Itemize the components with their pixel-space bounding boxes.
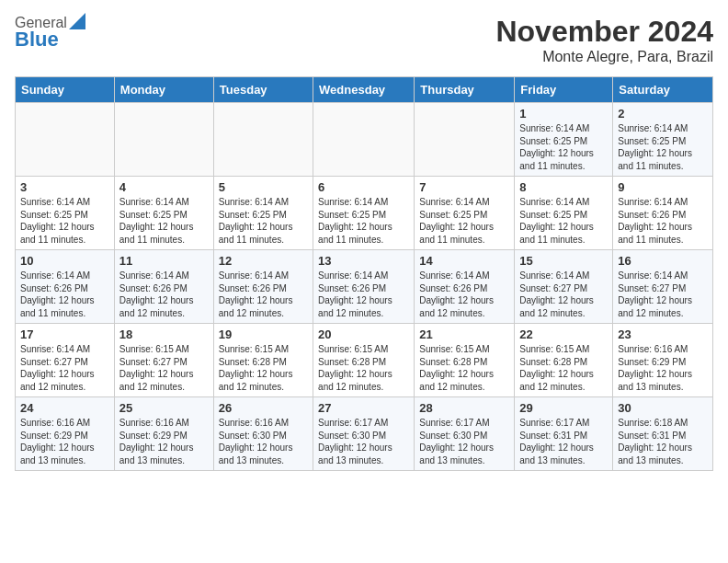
day-info: Sunset: 6:28 PM (219, 356, 308, 369)
calendar-cell: 8Sunrise: 6:14 AMSunset: 6:25 PMDaylight… (515, 177, 613, 250)
day-info: Daylight: 12 hours and 11 minutes. (419, 221, 509, 246)
day-info: Daylight: 12 hours and 11 minutes. (318, 221, 409, 246)
day-info: Sunrise: 6:14 AM (20, 196, 109, 209)
day-info: Sunrise: 6:14 AM (519, 270, 608, 282)
day-info: Sunrise: 6:16 AM (20, 417, 109, 430)
calendar-cell: 24Sunrise: 6:16 AMSunset: 6:29 PMDayligh… (16, 397, 115, 471)
calendar-cell (114, 103, 213, 177)
day-number: 24 (20, 401, 109, 415)
day-info: Daylight: 12 hours and 12 minutes. (20, 368, 109, 393)
day-info: Daylight: 12 hours and 13 minutes. (20, 442, 109, 466)
day-info: Daylight: 12 hours and 12 minutes. (219, 368, 308, 393)
header-sunday: Sunday (16, 77, 115, 103)
day-info: Daylight: 12 hours and 11 minutes. (20, 221, 109, 246)
calendar-header: SundayMondayTuesdayWednesdayThursdayFrid… (16, 77, 713, 103)
day-info: Sunset: 6:31 PM (519, 430, 608, 442)
header-friday: Friday (515, 77, 613, 103)
day-info: Sunset: 6:25 PM (318, 209, 409, 222)
day-info: Sunrise: 6:17 AM (318, 417, 409, 430)
day-info: Sunset: 6:28 PM (419, 356, 509, 369)
calendar-cell: 18Sunrise: 6:15 AMSunset: 6:27 PMDayligh… (114, 324, 213, 397)
day-number: 21 (419, 327, 509, 341)
day-info: Daylight: 12 hours and 12 minutes. (419, 294, 509, 319)
day-number: 10 (20, 254, 109, 268)
calendar-body: 1Sunrise: 6:14 AMSunset: 6:25 PMDaylight… (16, 103, 713, 471)
svg-marker-0 (69, 13, 85, 29)
day-info: Daylight: 12 hours and 12 minutes. (318, 294, 409, 319)
day-info: Sunset: 6:25 PM (519, 135, 608, 148)
days-of-week-row: SundayMondayTuesdayWednesdayThursdayFrid… (16, 77, 713, 103)
day-info: Sunrise: 6:14 AM (20, 343, 109, 356)
calendar-cell: 22Sunrise: 6:15 AMSunset: 6:28 PMDayligh… (515, 324, 613, 397)
day-info: Daylight: 12 hours and 12 minutes. (119, 368, 209, 393)
day-info: Sunset: 6:29 PM (119, 430, 209, 442)
day-info: Sunrise: 6:14 AM (419, 270, 509, 282)
header-saturday: Saturday (613, 77, 713, 103)
day-info: Daylight: 12 hours and 13 minutes. (519, 442, 608, 466)
day-number: 16 (618, 254, 708, 268)
day-info: Sunrise: 6:14 AM (519, 122, 608, 135)
day-number: 18 (119, 327, 209, 341)
day-info: Sunset: 6:26 PM (219, 282, 308, 295)
calendar-cell: 25Sunrise: 6:16 AMSunset: 6:29 PMDayligh… (114, 397, 213, 471)
calendar-cell: 30Sunrise: 6:18 AMSunset: 6:31 PMDayligh… (613, 397, 713, 471)
calendar-cell: 16Sunrise: 6:14 AMSunset: 6:27 PMDayligh… (613, 250, 713, 324)
calendar-cell: 5Sunrise: 6:14 AMSunset: 6:25 PMDaylight… (213, 177, 313, 250)
calendar-week-row: 10Sunrise: 6:14 AMSunset: 6:26 PMDayligh… (16, 250, 713, 324)
day-info: Sunrise: 6:14 AM (419, 196, 509, 209)
day-number: 15 (519, 254, 608, 268)
logo-blue-text: Blue (15, 28, 85, 52)
calendar-cell: 1Sunrise: 6:14 AMSunset: 6:25 PMDaylight… (515, 103, 613, 177)
day-info: Daylight: 12 hours and 11 minutes. (20, 294, 109, 319)
day-number: 28 (419, 401, 509, 415)
day-number: 25 (119, 401, 209, 415)
day-info: Daylight: 12 hours and 12 minutes. (419, 368, 509, 393)
day-info: Daylight: 12 hours and 13 minutes. (419, 442, 509, 466)
calendar-week-row: 3Sunrise: 6:14 AMSunset: 6:25 PMDaylight… (16, 177, 713, 250)
calendar-cell (415, 103, 515, 177)
day-info: Daylight: 12 hours and 13 minutes. (219, 442, 308, 466)
day-info: Sunset: 6:26 PM (419, 282, 509, 295)
day-info: Sunrise: 6:18 AM (618, 417, 708, 430)
day-info: Sunset: 6:25 PM (219, 209, 308, 222)
day-info: Sunset: 6:26 PM (318, 282, 409, 295)
day-info: Sunrise: 6:14 AM (20, 270, 109, 282)
header-wednesday: Wednesday (313, 77, 415, 103)
day-number: 29 (519, 401, 608, 415)
day-info: Daylight: 12 hours and 13 minutes. (618, 442, 708, 466)
day-number: 2 (618, 107, 708, 121)
header-monday: Monday (114, 77, 213, 103)
day-info: Sunrise: 6:14 AM (219, 270, 308, 282)
day-number: 22 (519, 327, 608, 341)
day-info: Sunrise: 6:15 AM (519, 343, 608, 356)
day-info: Sunset: 6:27 PM (519, 282, 608, 295)
day-info: Sunset: 6:29 PM (20, 430, 109, 442)
day-number: 7 (419, 180, 509, 194)
calendar-cell (213, 103, 313, 177)
day-info: Sunrise: 6:14 AM (119, 270, 209, 282)
calendar-cell: 14Sunrise: 6:14 AMSunset: 6:26 PMDayligh… (415, 250, 515, 324)
day-info: Daylight: 12 hours and 11 minutes. (219, 221, 308, 246)
calendar-cell: 11Sunrise: 6:14 AMSunset: 6:26 PMDayligh… (114, 250, 213, 324)
day-info: Daylight: 12 hours and 13 minutes. (119, 442, 209, 466)
day-number: 23 (618, 327, 708, 341)
day-info: Sunset: 6:31 PM (618, 430, 708, 442)
day-number: 20 (318, 327, 409, 341)
day-info: Sunset: 6:26 PM (119, 282, 209, 295)
day-info: Sunset: 6:28 PM (318, 356, 409, 369)
calendar-cell: 10Sunrise: 6:14 AMSunset: 6:26 PMDayligh… (16, 250, 115, 324)
calendar-cell: 3Sunrise: 6:14 AMSunset: 6:25 PMDaylight… (16, 177, 115, 250)
header-tuesday: Tuesday (213, 77, 313, 103)
day-info: Sunrise: 6:15 AM (219, 343, 308, 356)
day-info: Sunrise: 6:14 AM (618, 196, 708, 209)
day-number: 30 (618, 401, 708, 415)
day-info: Sunrise: 6:14 AM (318, 270, 409, 282)
day-number: 19 (219, 327, 308, 341)
day-info: Sunset: 6:29 PM (618, 356, 708, 369)
calendar-cell: 17Sunrise: 6:14 AMSunset: 6:27 PMDayligh… (16, 324, 115, 397)
day-info: Daylight: 12 hours and 11 minutes. (519, 147, 608, 172)
day-info: Sunrise: 6:16 AM (618, 343, 708, 356)
day-info: Sunset: 6:25 PM (419, 209, 509, 222)
day-number: 12 (219, 254, 308, 268)
calendar-subtitle: Monte Alegre, Para, Brazil (495, 49, 713, 65)
